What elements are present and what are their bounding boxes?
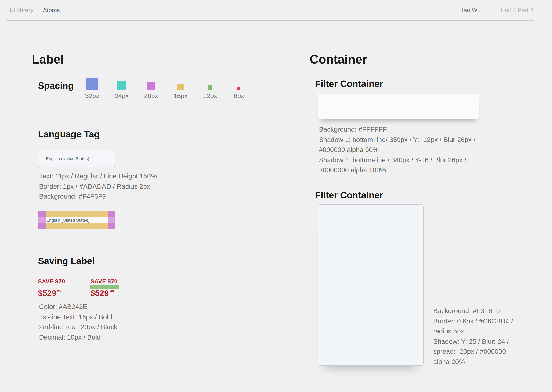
spacing-swatch-label: 12px — [203, 93, 217, 99]
top-bar: UI library Atoms Hao Wu Unit 4 Part 3 — [6, 0, 534, 21]
spec-line: Shadow 2: bottom-line / 340px / Y-16 / B… — [319, 155, 499, 165]
spacing-swatch-12 — [208, 85, 212, 90]
spacing-item-20: 20px — [144, 82, 158, 99]
language-tag-redline-value: English (United States) — [46, 217, 108, 223]
spacing-swatch-32 — [86, 78, 98, 90]
spacing-indicator-corner — [108, 210, 115, 217]
spacing-indicator-16px-bottom — [46, 223, 108, 229]
spacing-indicator-corner — [38, 223, 46, 229]
spacing-indicator-corner — [38, 210, 46, 217]
spacing-item-16: 16px — [174, 84, 188, 99]
filter-container-sample-1 — [318, 94, 479, 119]
filter-container-specs-2: Background: #F3F6F9 Border: 0.6px / #C6C… — [433, 306, 529, 367]
spec-line: Background: #FFFFFF — [319, 124, 499, 134]
price-decimal: 99 — [57, 289, 62, 293]
design-spec-page: UI library Atoms Hao Wu Unit 4 Part 3 La… — [0, 0, 552, 392]
spacing-swatch-16 — [177, 84, 184, 90]
spacing-swatch-label: 24px — [115, 93, 129, 99]
spacing-swatch-20 — [147, 82, 155, 90]
spec-line: 1st-line Text: 16px / Bold — [39, 312, 117, 322]
save-amount-text: SAVE $70 — [38, 278, 65, 284]
spec-line: spread: -20px / #000000 — [433, 346, 529, 357]
spacing-swatch-label: 16px — [174, 93, 188, 99]
spec-line: radius 5px — [433, 326, 529, 336]
saving-label-title: Saving Label — [38, 256, 95, 266]
price-text: $52999 — [38, 289, 62, 297]
spacing-swatch-row: 32px 24px 20px 16px 12px 8px — [85, 78, 246, 99]
language-tag-redline-sample: English (United States) — [38, 210, 115, 229]
spec-line: Background: #F4F6F9 — [39, 191, 157, 202]
spacing-indicator-20px-right — [108, 217, 115, 223]
spacing-swatch-label: 32px — [85, 93, 99, 99]
spec-line: Decimal: 10px / Bold — [39, 332, 117, 342]
spacing-swatch-label: 20px — [144, 93, 158, 99]
section-divider — [281, 67, 281, 361]
spacing-indicator-12px — [90, 285, 119, 289]
filter-container-title-1: Filter Container — [315, 78, 383, 89]
save-amount-text: SAVE $70 — [90, 278, 117, 284]
nav-item-ui-library[interactable]: UI library — [10, 7, 33, 14]
spec-line: Border: 0.6px / #C6CBD4 / — [433, 316, 529, 326]
price-text: $52999 — [90, 289, 114, 297]
price-decimal: 99 — [110, 289, 114, 293]
spacing-item-24: 24px — [115, 81, 129, 99]
filter-container-sample-2 — [318, 204, 424, 366]
spec-line: Shadow: Y: 25 / Blur: 24 / — [433, 336, 529, 346]
spec-line: alpha 20% — [433, 357, 529, 367]
page-title-label: Label — [32, 52, 64, 67]
top-bar-meta: Hao Wu Unit 4 Part 3 — [459, 7, 534, 14]
page-title-container: Container — [310, 52, 367, 67]
saving-label-specs: Color: #AB242E 1st-line Text: 16px / Bol… — [39, 302, 117, 342]
spacing-swatch-24 — [117, 81, 126, 90]
nav-item-atoms[interactable]: Atoms — [43, 7, 60, 14]
spacing-item-32: 32px — [85, 78, 99, 99]
spacing-indicator-20px-left — [38, 217, 46, 223]
spec-line: #000000 alpha 60% — [319, 145, 499, 155]
spec-line: 2nd-line Text: 20px / Black — [39, 322, 117, 332]
filter-container-title-2: Filter Container — [315, 190, 383, 201]
spec-line: #0000000 alpha 100% — [319, 165, 499, 175]
saving-label-sample: SAVE $70 $52999 — [38, 278, 67, 297]
language-tag-title: Language Tag — [38, 129, 100, 140]
unit-label: Unit 4 Part 3 — [501, 7, 534, 14]
spacing-item-12: 12px — [203, 85, 217, 99]
spacing-item-8: 8px — [232, 87, 246, 99]
spec-line: Border: 1px / #ADADAD / Radius 2px — [39, 181, 157, 191]
spacing-indicator-16px-top — [46, 210, 108, 217]
spacing-swatch-label: 8px — [234, 93, 244, 99]
spec-line: Color: #AB242E — [39, 302, 117, 312]
spec-line: Text: 11px / Regular / Line Height 150% — [39, 171, 157, 181]
spacing-swatch-8 — [238, 87, 240, 90]
author-name: Hao Wu — [459, 7, 480, 14]
breadcrumb: UI library Atoms — [6, 7, 60, 14]
spacing-indicator-corner — [108, 223, 115, 229]
filter-container-specs-1: Background: #FFFFFF Shadow 1: bottom-lin… — [319, 124, 499, 175]
saving-label-redline-sample: SAVE $70 $52999 — [90, 278, 119, 297]
spec-line: Shadow 1: bottom-line/ 359px / Y: -12px … — [319, 134, 499, 145]
language-tag-specs: Text: 11px / Regular / Line Height 150% … — [39, 171, 157, 202]
language-tag-sample[interactable]: English (United States) — [38, 150, 115, 167]
spec-line: Background: #F3F6F9 — [433, 306, 529, 316]
language-tag-value: English (United States) — [46, 156, 89, 161]
saving-label-samples: SAVE $70 $52999 SAVE $70 $52999 — [38, 278, 119, 297]
line-gap — [38, 285, 67, 289]
spacing-title: Spacing — [38, 80, 74, 91]
